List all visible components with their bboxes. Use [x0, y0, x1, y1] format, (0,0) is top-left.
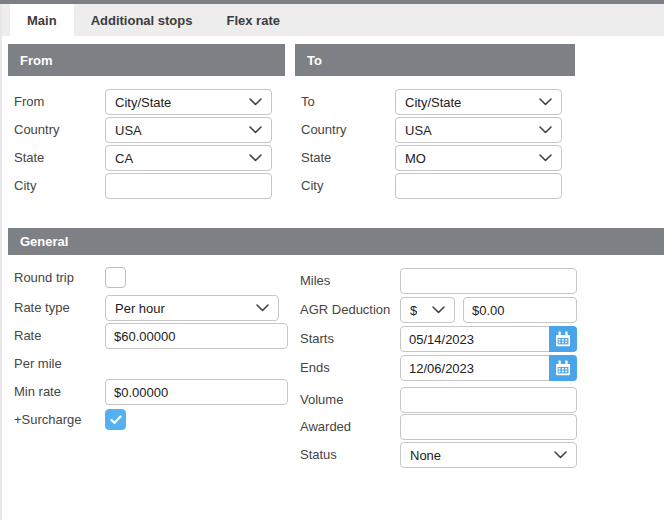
- round-trip-checkbox[interactable]: [105, 267, 126, 288]
- from-city-input[interactable]: [105, 173, 272, 199]
- from-label: From: [14, 89, 44, 115]
- status-label: Status: [300, 442, 337, 468]
- to-country-select-value: USA: [405, 123, 432, 138]
- rate-type-label: Rate type: [14, 295, 70, 321]
- tab-bar: Main Additional stops Flex rate: [2, 4, 664, 36]
- min-rate-label: Min rate: [14, 379, 61, 405]
- chevron-down-icon: [539, 98, 552, 106]
- per-mile-label: Per mile: [14, 351, 62, 377]
- from-country-label: Country: [14, 117, 60, 143]
- starts-label: Starts: [300, 326, 334, 352]
- round-trip-label: Round trip: [14, 265, 74, 291]
- starts-calendar-button[interactable]: [549, 326, 577, 352]
- from-select[interactable]: City/State: [105, 89, 272, 115]
- agr-amount-input[interactable]: [463, 297, 577, 323]
- agr-currency-select-value: $: [410, 303, 417, 318]
- to-country-select[interactable]: USA: [395, 117, 562, 143]
- tab-main[interactable]: Main: [10, 4, 74, 36]
- to-city-input[interactable]: [395, 173, 562, 199]
- from-city-label: City: [14, 173, 36, 199]
- from-state-select-value: CA: [115, 151, 133, 166]
- to-label: To: [301, 89, 315, 115]
- from-section-header: From: [8, 44, 285, 76]
- chevron-down-icon: [249, 154, 262, 162]
- from-country-select[interactable]: USA: [105, 117, 272, 143]
- rate-label: Rate: [14, 323, 41, 349]
- calendar-icon: [555, 360, 571, 376]
- chevron-down-icon: [256, 304, 269, 312]
- tab-additional-stops[interactable]: Additional stops: [74, 4, 210, 36]
- miles-label: Miles: [300, 268, 330, 294]
- rate-type-select-value: Per hour: [115, 301, 165, 316]
- awarded-label: Awarded: [300, 414, 351, 440]
- chevron-down-icon: [249, 126, 262, 134]
- checkmark-icon: [110, 415, 122, 425]
- to-city-label: City: [301, 173, 323, 199]
- chevron-down-icon: [249, 98, 262, 106]
- calendar-icon: [555, 331, 571, 347]
- from-state-select[interactable]: CA: [105, 145, 272, 171]
- left-panel-border: [0, 4, 2, 520]
- from-country-select-value: USA: [115, 123, 142, 138]
- status-select[interactable]: None: [400, 442, 577, 468]
- to-select-value: City/State: [405, 95, 461, 110]
- starts-field: [400, 326, 577, 352]
- from-state-label: State: [14, 145, 44, 171]
- awarded-input[interactable]: [400, 414, 577, 440]
- agr-currency-select[interactable]: $: [400, 297, 455, 323]
- to-state-select[interactable]: MO: [395, 145, 562, 171]
- to-country-label: Country: [301, 117, 347, 143]
- to-state-label: State: [301, 145, 331, 171]
- to-section-header: To: [295, 44, 575, 76]
- min-rate-input[interactable]: [105, 379, 288, 405]
- rate-input[interactable]: [105, 323, 288, 349]
- ends-calendar-button[interactable]: [549, 355, 577, 381]
- to-select[interactable]: City/State: [395, 89, 562, 115]
- miles-input[interactable]: [400, 268, 577, 294]
- chevron-down-icon: [539, 154, 552, 162]
- tab-flex-rate[interactable]: Flex rate: [209, 4, 296, 36]
- ends-field: [400, 355, 577, 381]
- to-state-select-value: MO: [405, 151, 426, 166]
- volume-label: Volume: [300, 387, 343, 413]
- volume-input[interactable]: [400, 387, 577, 413]
- rate-type-select[interactable]: Per hour: [105, 295, 279, 321]
- surcharge-label: +Surcharge: [14, 407, 82, 433]
- chevron-down-icon: [554, 451, 567, 459]
- chevron-down-icon: [539, 126, 552, 134]
- from-select-value: City/State: [115, 95, 171, 110]
- surcharge-checkbox[interactable]: [105, 409, 126, 430]
- general-section-header: General: [8, 228, 664, 255]
- ends-label: Ends: [300, 355, 330, 381]
- agr-deduction-label: AGR Deduction: [300, 297, 390, 323]
- chevron-down-icon: [432, 306, 445, 314]
- rate-form-window: Main Additional stops Flex rate From Fro…: [0, 0, 664, 520]
- status-select-value: None: [410, 448, 441, 463]
